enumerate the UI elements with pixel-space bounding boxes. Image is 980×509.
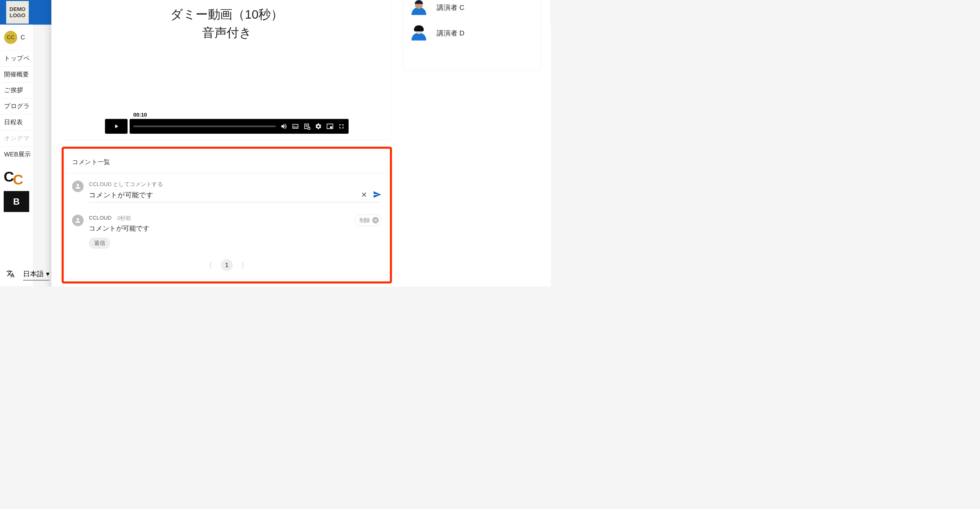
video-controls: 00:10 CC [105, 119, 348, 134]
speaker-item[interactable]: 講演者 D [411, 21, 532, 46]
black-action-button[interactable]: B [4, 191, 29, 212]
pager-current[interactable]: 1 [221, 259, 233, 271]
clear-input-icon[interactable]: ✕ [361, 191, 367, 199]
speaker-avatar-icon [411, 0, 426, 15]
settings-icon[interactable] [315, 123, 322, 130]
sidebar: CC C トップペ 開催概要 ご挨拶 プログラ 日程表 オンデマ WEB展示 C… [0, 24, 33, 286]
comment-text: コメントが可能です [89, 224, 349, 233]
comment-as-label: CCLOUD としてコメントする [89, 180, 382, 188]
transcript-icon[interactable] [303, 123, 310, 130]
secondary-logo: CC [4, 169, 29, 185]
user-label: C [21, 34, 25, 41]
nav-ondemand[interactable]: オンデマ [0, 130, 33, 146]
speaker-name: 講演者 D [437, 29, 465, 38]
fullscreen-icon[interactable] [338, 123, 345, 130]
video-content: ダミー動画（10秒） 音声付き [105, 0, 348, 125]
comment-author: CCLOUD [89, 215, 111, 222]
comment-input-row: CCLOUD としてコメントする ✕ [66, 173, 387, 207]
speaker-name: 講演者 C [437, 3, 465, 13]
comments-highlight: コメント一覧 CCLOUD としてコメントする ✕ [62, 146, 392, 283]
pager: 〈 1 〉 [66, 253, 387, 279]
pip-icon[interactable] [326, 123, 333, 130]
modal-main: ダミー動画（10秒） 音声付き 00:10 CC [62, 0, 392, 286]
user-avatar: CC [4, 31, 17, 44]
play-button[interactable] [105, 119, 127, 134]
modal-sidebar: 講演者 B 講演者 C 講演者 D [403, 0, 541, 286]
speaker-avatar-icon [411, 25, 426, 40]
comments-card: コメント一覧 CCLOUD としてコメントする ✕ [66, 151, 388, 280]
delete-label: 削除 [360, 217, 370, 224]
modal: ダミー動画（10秒） 音声付き 00:10 CC [51, 0, 551, 286]
delete-x-icon: ✕ [372, 217, 379, 224]
nav-overview[interactable]: 開催概要 [0, 66, 33, 82]
pager-next[interactable]: 〉 [241, 260, 248, 270]
volume-icon[interactable] [280, 123, 287, 130]
comment-time: 0秒前 [117, 215, 131, 222]
video-player: ダミー動画（10秒） 音声付き 00:10 CC [62, 0, 392, 140]
nav-greeting[interactable]: ご挨拶 [0, 82, 33, 98]
comment-user-avatar [72, 180, 83, 192]
speakers-panel: 講演者 B 講演者 C 講演者 D [403, 0, 541, 70]
translate-icon [6, 270, 15, 280]
send-icon[interactable] [373, 190, 382, 200]
video-progress[interactable] [134, 126, 276, 127]
delete-button[interactable]: 削除 ✕ [355, 215, 382, 226]
video-time: 00:10 [134, 111, 147, 118]
nav-program[interactable]: プログラ [0, 98, 33, 115]
video-title-1: ダミー動画（10秒） [170, 7, 283, 21]
logo[interactable]: DEMOLOGO [6, 1, 29, 24]
captions-icon[interactable]: CC [292, 123, 299, 130]
user-chip[interactable]: CC C [0, 31, 33, 50]
comments-title: コメント一覧 [66, 151, 387, 173]
video-title-2: 音声付き [202, 26, 251, 40]
pager-prev[interactable]: 〈 [205, 260, 213, 270]
comment-item: CCLOUD 0秒前 コメントが可能です 返信 削除 ✕ [66, 207, 387, 253]
video-control-bar: 00:10 CC [130, 119, 348, 134]
svg-text:CC: CC [293, 125, 298, 129]
speaker-item[interactable]: 講演者 C [411, 0, 532, 21]
nav-schedule[interactable]: 日程表 [0, 115, 33, 130]
comment-author-avatar [72, 215, 83, 226]
modal-overlay: ダミー動画（10秒） 音声付き 00:10 CC [33, 0, 551, 286]
svg-rect-2 [330, 126, 332, 128]
reply-button[interactable]: 返信 [89, 237, 110, 249]
nav-web-exhibit[interactable]: WEB展示 [0, 146, 33, 162]
nav-top[interactable]: トップペ [0, 50, 33, 66]
comment-input[interactable] [89, 191, 355, 199]
